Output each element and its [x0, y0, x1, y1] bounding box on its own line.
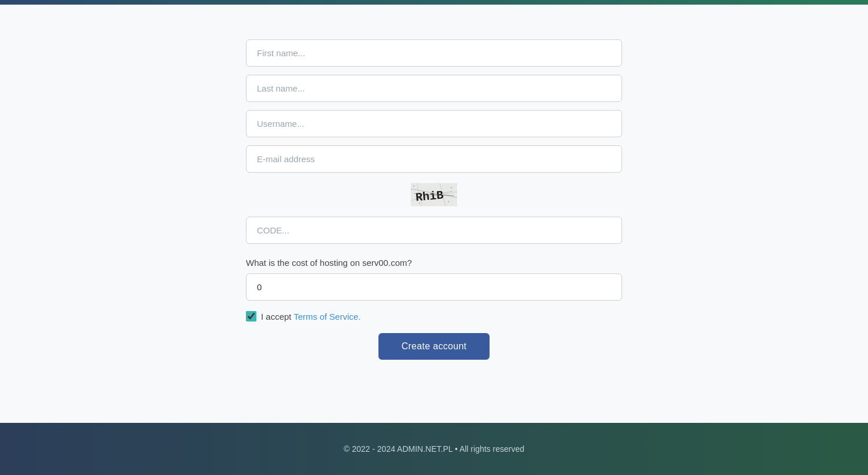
footer: © 2022 - 2024 ADMIN.NET.PL • All rights … [0, 423, 868, 475]
svg-point-5 [413, 185, 414, 187]
svg-text:RhiB: RhiB [415, 189, 444, 204]
create-account-button[interactable]: Create account [378, 333, 490, 360]
last-name-input[interactable] [246, 75, 622, 102]
terms-prefix-text: I accept [261, 312, 293, 321]
svg-point-8 [448, 201, 449, 202]
footer-copyright: © 2022 - 2024 ADMIN.NET.PL • All rights … [344, 444, 524, 454]
main-content: RhiB What is the cost of hosting on serv… [0, 5, 868, 423]
submit-row: Create account [246, 333, 622, 360]
terms-label: I accept Terms of Service. [261, 312, 361, 321]
first-name-input[interactable] [246, 39, 622, 67]
code-input[interactable] [246, 217, 622, 244]
security-question-text: What is the cost of hosting on serv00.co… [246, 258, 622, 268]
form-container: RhiB What is the cost of hosting on serv… [246, 39, 622, 360]
captcha-container: RhiB [246, 183, 622, 206]
captcha-image: RhiB [411, 183, 457, 206]
security-answer-input[interactable] [246, 273, 622, 301]
terms-of-service-link[interactable]: Terms of Service. [293, 312, 361, 321]
top-bar [0, 0, 868, 5]
username-input[interactable] [246, 110, 622, 137]
terms-row: I accept Terms of Service. [246, 311, 622, 321]
terms-checkbox[interactable] [246, 311, 256, 321]
svg-point-7 [451, 187, 452, 188]
email-input[interactable] [246, 145, 622, 173]
security-question-section: What is the cost of hosting on serv00.co… [246, 258, 622, 301]
